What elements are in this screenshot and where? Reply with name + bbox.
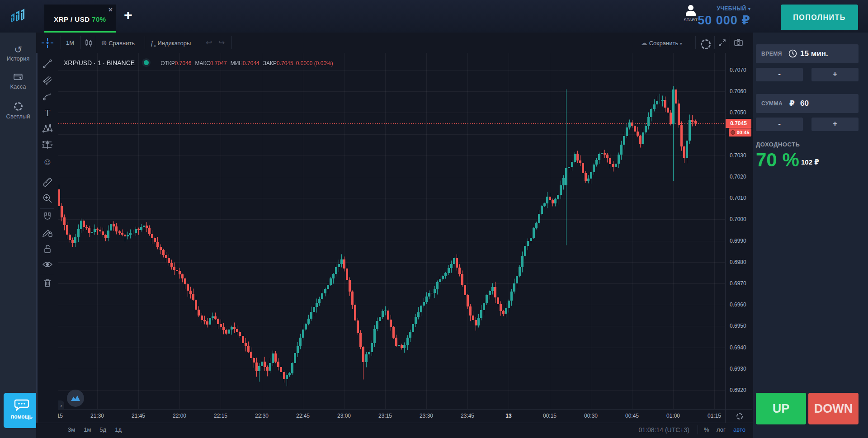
time-tick: 00:15	[536, 413, 563, 419]
gann-fib-icon[interactable]	[40, 75, 55, 88]
camera-icon[interactable]	[734, 39, 743, 48]
fullscreen-icon[interactable]	[718, 39, 726, 48]
brush-icon[interactable]	[40, 91, 55, 104]
xabcd-pattern-icon[interactable]	[40, 123, 55, 136]
wallet-icon	[0, 72, 36, 83]
time-tick: 23:00	[330, 413, 358, 419]
trade-panel	[753, 33, 868, 438]
time-selector[interactable]: ВРЕМЯ 15 мин.	[756, 44, 859, 63]
account-type: УЧЕБНЫЙ	[717, 5, 746, 12]
sun-icon	[0, 102, 36, 113]
add-tab-button[interactable]: +	[124, 8, 132, 22]
sidebar-item-label: Светлый	[6, 113, 30, 120]
range-button[interactable]: 1м	[84, 426, 91, 433]
amount-selector[interactable]: СУММА ₽ 60	[756, 94, 859, 113]
redo-icon[interactable]: ↪	[218, 33, 225, 53]
down-button[interactable]: DOWN	[808, 393, 859, 424]
chevron-down-icon: ▾	[748, 6, 750, 11]
axis-settings-icon[interactable]	[736, 413, 743, 419]
price-tick: 0.7060	[730, 88, 746, 94]
chart-type-icon[interactable]	[85, 39, 92, 47]
ruler-icon[interactable]	[40, 177, 55, 190]
zoom-in-icon[interactable]	[40, 193, 55, 206]
time-label: ВРЕМЯ	[761, 51, 782, 57]
close-icon[interactable]: ×	[108, 6, 113, 14]
source-dot-icon[interactable]	[142, 58, 151, 67]
price-tick: 0.7070	[730, 67, 746, 73]
range-button[interactable]: 3м	[68, 426, 75, 433]
chevron-down-icon: ▾	[680, 41, 682, 46]
time-tick: 00:30	[577, 413, 604, 419]
time-axis[interactable]: 21:1521:3021:4522:0022:1522:3022:4523:00…	[58, 409, 725, 423]
up-button[interactable]: UP	[756, 393, 806, 424]
undo-icon[interactable]: ↩	[206, 33, 212, 53]
amount-label: СУММА	[761, 100, 783, 107]
emoji-icon[interactable]: ☺	[40, 156, 55, 169]
eye-icon[interactable]	[40, 260, 55, 273]
amount-plus-button[interactable]: +	[811, 118, 859, 131]
time-tick: 22:00	[166, 413, 193, 419]
price-axis[interactable]: 0.70700.70600.70500.70400.70300.70200.70…	[725, 53, 752, 423]
trend-line-icon[interactable]	[40, 59, 55, 71]
time-tick: 21:15	[58, 413, 70, 419]
indicators-label: Индикаторы	[157, 40, 191, 47]
time-axis-corner	[725, 409, 752, 423]
app-logo-icon[interactable]	[7, 5, 29, 29]
time-tick: 21:45	[125, 413, 152, 419]
time-tick: 13	[495, 413, 522, 419]
price-tick: 0.7010	[730, 195, 746, 201]
amount-value: 60	[800, 99, 809, 108]
text-tool-icon[interactable]: T	[40, 107, 55, 120]
deposit-button[interactable]: ПОПОЛНИТЬ	[781, 5, 858, 30]
countdown-clock-icon	[731, 130, 735, 135]
range-button[interactable]: 5д	[99, 426, 106, 433]
auto-scale-button[interactable]: авто	[733, 426, 745, 433]
price-tick: 0.6940	[730, 344, 746, 351]
time-tick: 22:45	[289, 413, 316, 419]
price-tick: 0.7050	[730, 109, 746, 116]
legend-change: 0.0000 (0.00%)	[296, 60, 333, 66]
settings-gear-icon[interactable]	[701, 39, 711, 49]
legend-low: 0.7044	[243, 60, 259, 66]
indicators-button[interactable]: ƒx Индикаторы	[150, 33, 191, 53]
compare-label: Сравнить	[108, 40, 135, 47]
price-tick: 0.6930	[730, 366, 746, 372]
last-price-tag: 0.7045	[726, 119, 751, 128]
tab-xrp-usd[interactable]: XRP / USD 70% ×	[44, 5, 116, 33]
tab-payout: 70%	[92, 15, 106, 23]
range-button[interactable]: 1д	[115, 426, 122, 433]
amount-minus-button[interactable]: -	[756, 118, 803, 131]
trading-app: XRP / USD 70% × + START УЧЕБНЫЙ ▾ 50 000…	[0, 0, 868, 438]
time-tick: 01:15	[701, 413, 725, 419]
sidebar-item-theme[interactable]: Светлый	[0, 102, 36, 120]
range-selector: 3м1м5д1д	[68, 426, 130, 433]
chat-bubble-icon	[14, 398, 29, 411]
session-clock[interactable]: 01:08:14 (UTC+3)	[624, 426, 689, 433]
legend-symbol[interactable]: XRP/USD · 1 · BINANCE	[64, 59, 135, 66]
help-button[interactable]: помощь	[4, 393, 40, 428]
time-tick: 23:15	[372, 413, 399, 419]
drawing-lock-icon[interactable]	[40, 228, 55, 240]
clock-icon	[788, 49, 797, 58]
log-scale-button[interactable]: лог	[717, 426, 726, 433]
time-plus-button[interactable]: +	[811, 68, 859, 81]
magnet-icon[interactable]	[40, 212, 55, 224]
crosshair-icon[interactable]	[42, 38, 53, 48]
legend-close: 0.7045	[277, 60, 293, 66]
percent-scale-button[interactable]: %	[704, 426, 709, 433]
watermark-button[interactable]	[67, 390, 84, 407]
cloud-icon: ☁	[641, 39, 647, 47]
trash-icon[interactable]	[40, 278, 55, 291]
sidebar-item-label: Касса	[10, 83, 26, 90]
save-layout-button[interactable]: ☁ Сохранить ▾	[641, 33, 682, 53]
candlestick-chart[interactable]	[58, 53, 725, 409]
interval-button[interactable]: 1М	[66, 33, 74, 53]
compare-button[interactable]: ⊕ Сравнить	[101, 33, 135, 53]
lock-icon[interactable]	[40, 244, 55, 257]
time-minus-button[interactable]: -	[756, 68, 803, 81]
prediction-tool-icon[interactable]	[40, 140, 55, 152]
account-switcher[interactable]: УЧЕБНЫЙ ▾ 50 000 ₽	[646, 4, 750, 28]
time-tick: 22:30	[248, 413, 275, 419]
sidebar-item-cashier[interactable]: Касса	[0, 72, 36, 90]
sidebar-item-history[interactable]: ↺ История	[0, 44, 36, 62]
